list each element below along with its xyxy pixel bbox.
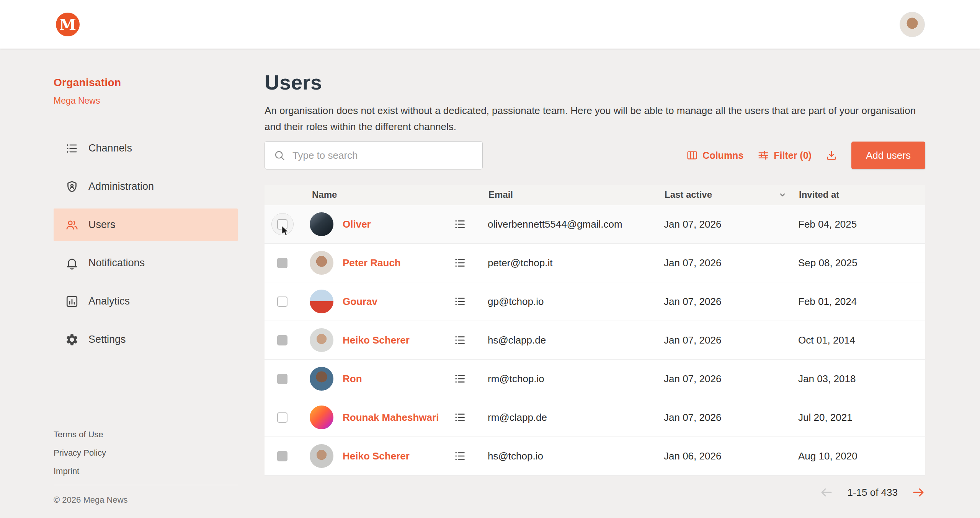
pagination-next-button[interactable]: [911, 485, 925, 499]
user-name-link[interactable]: Gourav: [343, 296, 377, 308]
user-invited-at: Aug 10, 2020: [798, 450, 925, 462]
sidebar-item-administration[interactable]: Administration: [54, 170, 238, 203]
user-avatar: [310, 251, 333, 275]
bell-icon: [65, 256, 79, 270]
list-icon: [65, 142, 79, 155]
row-checkbox[interactable]: [277, 219, 287, 230]
account-avatar[interactable]: [900, 12, 925, 37]
user-email: rm@clapp.de: [488, 412, 664, 424]
name-cell: Peter Rauch: [310, 251, 488, 275]
users-icon: [65, 218, 79, 232]
terms-of-use-link[interactable]: Terms of Use: [54, 430, 238, 440]
user-name-link[interactable]: Peter Rauch: [343, 257, 401, 269]
table-row: Heiko Scherer hs@clapp.de Jan 07, 2026 O…: [265, 321, 925, 360]
column-header-last-active[interactable]: Last active: [664, 189, 798, 200]
row-checkbox[interactable]: [277, 374, 287, 384]
name-cell: Oliver: [310, 212, 488, 236]
privacy-policy-link[interactable]: Privacy Policy: [54, 448, 238, 458]
user-last-active: Jan 07, 2026: [664, 296, 798, 308]
user-name-link[interactable]: Heiko Scherer: [343, 334, 410, 346]
controls-row: Columns Filter (0) Add users: [265, 141, 925, 169]
user-email: hs@tchop.io: [488, 450, 664, 462]
sidebar-item-users[interactable]: Users: [54, 209, 238, 241]
add-users-button[interactable]: Add users: [851, 142, 925, 169]
list-icon[interactable]: [454, 218, 467, 231]
arrow-right-icon: [911, 485, 925, 499]
row-checkbox[interactable]: [277, 412, 287, 423]
sidebar-item-notifications[interactable]: Notifications: [54, 247, 238, 279]
columns-icon: [686, 149, 698, 161]
table-row: Oliver oliverbennett5544@gmail.com Jan 0…: [265, 205, 925, 244]
row-checkbox[interactable]: [277, 451, 287, 461]
checkbox-cell: [265, 412, 310, 423]
pagination-prev-button[interactable]: [820, 485, 833, 499]
user-name-link[interactable]: Rounak Maheshwari: [343, 412, 439, 424]
table-toolbar: Columns Filter (0) Add users: [686, 142, 925, 169]
sidebar-nav: Channels Administration Users Notificati…: [54, 132, 238, 356]
sidebar-item-label: Notifications: [88, 257, 145, 269]
list-icon[interactable]: [454, 450, 467, 463]
brand-logo[interactable]: M: [56, 13, 80, 36]
user-invited-at: Feb 04, 2025: [798, 218, 925, 230]
sidebar-item-label: Analytics: [88, 295, 130, 307]
columns-button[interactable]: Columns: [686, 149, 743, 161]
filter-icon: [757, 149, 769, 161]
sidebar-footer: Terms of Use Privacy Policy Imprint © 20…: [54, 430, 238, 505]
list-icon[interactable]: [454, 256, 467, 269]
user-last-active: Jan 07, 2026: [664, 373, 798, 385]
column-header-last-active-label: Last active: [665, 189, 712, 200]
user-invited-at: Jul 20, 2021: [798, 412, 925, 424]
list-icon[interactable]: [454, 334, 467, 347]
topbar: M: [0, 0, 980, 49]
pagination-info: 1-15 of 433: [847, 487, 898, 498]
page-body: Organisation Mega News Channels Administ…: [0, 49, 980, 518]
row-checkbox[interactable]: [277, 258, 287, 268]
user-name-link[interactable]: Ron: [343, 373, 362, 385]
user-avatar: [310, 290, 333, 313]
column-header-email[interactable]: Email: [488, 189, 664, 200]
table-row: Heiko Scherer hs@tchop.io Jan 06, 2026 A…: [265, 437, 925, 476]
filter-button[interactable]: Filter (0): [757, 149, 812, 161]
imprint-link[interactable]: Imprint: [54, 466, 238, 476]
sidebar-item-analytics[interactable]: Analytics: [54, 285, 238, 318]
sidebar-divider: [54, 485, 238, 485]
org-name[interactable]: Mega News: [54, 96, 265, 106]
checkbox-cell: [265, 296, 310, 307]
chevron-down-icon[interactable]: [777, 190, 787, 200]
search-icon: [273, 149, 286, 161]
row-checkbox[interactable]: [277, 335, 287, 345]
search-box: [265, 141, 483, 169]
name-cell: Gourav: [310, 290, 488, 313]
column-header-name[interactable]: Name: [310, 189, 488, 200]
checkbox-cell: [265, 258, 310, 268]
list-icon[interactable]: [454, 411, 467, 424]
list-icon[interactable]: [454, 295, 467, 308]
user-avatar: [310, 328, 333, 352]
list-icon[interactable]: [454, 372, 467, 385]
user-name-link[interactable]: Heiko Scherer: [343, 450, 410, 462]
name-cell: Ron: [310, 367, 488, 391]
user-last-active: Jan 07, 2026: [664, 412, 798, 424]
arrow-left-icon: [820, 485, 833, 499]
user-last-active: Jan 06, 2026: [664, 450, 798, 462]
sidebar-item-label: Settings: [88, 334, 126, 345]
download-button[interactable]: [825, 149, 838, 161]
sidebar-item-channels[interactable]: Channels: [54, 132, 238, 165]
row-checkbox[interactable]: [277, 296, 287, 307]
page-title: Users: [265, 70, 925, 94]
checkbox-cell: [265, 451, 310, 461]
sidebar-item-label: Users: [88, 219, 116, 231]
download-icon: [825, 149, 838, 161]
sidebar-item-settings[interactable]: Settings: [54, 323, 238, 356]
name-cell: Rounak Maheshwari: [310, 406, 488, 429]
gear-icon: [65, 333, 79, 347]
main-content: Users An organisation does not exist wit…: [265, 49, 980, 518]
table-row: Peter Rauch peter@tchop.it Jan 07, 2026 …: [265, 244, 925, 282]
table-row: Gourav gp@tchop.io Jan 07, 2026 Feb 01, …: [265, 282, 925, 321]
table-row: Rounak Maheshwari rm@clapp.de Jan 07, 20…: [265, 398, 925, 437]
user-last-active: Jan 07, 2026: [664, 257, 798, 269]
column-header-invited-at[interactable]: Invited at: [798, 189, 925, 200]
search-input[interactable]: [292, 149, 474, 162]
name-cell: Heiko Scherer: [310, 328, 488, 352]
user-name-link[interactable]: Oliver: [343, 218, 371, 230]
